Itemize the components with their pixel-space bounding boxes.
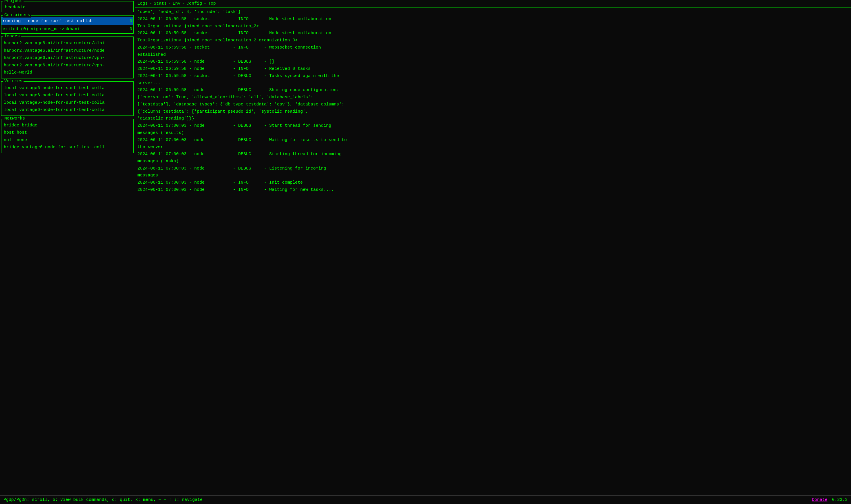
volumes-label: Volumes	[3, 79, 23, 84]
container-row-exited[interactable]: exited (0) vigorous_mirzakhani 0	[1, 25, 133, 33]
shortcuts-label: PgUp/PgDn: scroll, b: view bulk commands…	[3, 498, 202, 502]
tab-env[interactable]: Env	[173, 1, 180, 6]
container-status-running: running	[3, 18, 25, 25]
container-status-exited: exited (0)	[3, 26, 29, 33]
image-item-3: harbor2.vantage6.ai/infrastructure/vpn-	[4, 54, 131, 62]
containers-section: Containers running node-for-surf-test-co…	[1, 15, 133, 34]
tab-stats[interactable]: Stats	[154, 1, 167, 6]
log-line-7: 2024-06-11 06:59:58 - node - DEBUG - Sha…	[137, 87, 849, 122]
log-line-12: 2024-06-11 07:00:03 - node - INFO - Init…	[137, 179, 849, 186]
volume-item-1: local vantage6-node-for-surf-test-colla	[4, 85, 131, 92]
container-count-0: 0	[126, 18, 132, 25]
version-label: 0.23.3	[832, 498, 848, 502]
volumes-list: local vantage6-node-for-surf-test-colla …	[4, 83, 131, 114]
networks-label: Networks	[3, 116, 26, 121]
sep-2: -	[167, 1, 173, 6]
log-line-2: 2024-06-11 06:59:58 - socket - INFO - No…	[137, 30, 849, 44]
volume-item-4: local vantage6-node-for-surf-test-colla	[4, 106, 131, 114]
networks-list: bridge bridge host host null none bridge…	[4, 121, 131, 151]
images-label: Images	[3, 34, 21, 39]
images-list: harbor2.vantage6.ai/infrastructure/alpi …	[4, 38, 131, 76]
volume-item-3: local vantage6-node-for-surf-test-colla	[4, 99, 131, 107]
network-item-2: host host	[4, 129, 131, 137]
main-layout: Project hcadavid Containers running node…	[0, 0, 851, 496]
volumes-section: Volumes local vantage6-node-for-surf-tes…	[1, 81, 133, 116]
log-line-1: 2024-06-11 06:59:58 - socket - INFO - No…	[137, 16, 849, 30]
log-line-0: 'open', 'node_id': 4, 'include': 'task'}	[137, 8, 849, 16]
sep-3: -	[180, 1, 186, 6]
right-panel: Logs - Stats - Env - Config - Top 'open'…	[135, 0, 851, 496]
tab-config[interactable]: Config	[186, 1, 202, 6]
sep-4: -	[202, 1, 208, 6]
container-name-surf: node-for-surf-test-collab	[28, 18, 124, 25]
image-item-2: harbor2.vantage6.ai/infrastructure/node	[4, 47, 131, 55]
container-name-mirzakhani: vigorous_mirzakhani	[31, 26, 124, 33]
project-section: Project hcadavid	[1, 1, 133, 12]
log-line-4: 2024-06-11 06:59:58 - node - DEBUG - []	[137, 58, 849, 66]
log-line-5: 2024-06-11 06:59:58 - node - INFO - Rece…	[137, 66, 849, 73]
log-line-13: 2024-06-11 07:00:03 - node - INFO - Wait…	[137, 186, 849, 194]
volume-item-2: local vantage6-node-for-surf-test-colla	[4, 92, 131, 99]
image-item-5: hello-world	[4, 69, 131, 76]
logs-header: Logs - Stats - Env - Config - Top	[135, 0, 851, 7]
network-item-1: bridge bridge	[4, 122, 131, 129]
container-row-running[interactable]: running node-for-surf-test-collab 0	[1, 17, 133, 25]
images-section: Images harbor2.vantage6.ai/infrastructur…	[1, 36, 133, 78]
image-item-4: harbor2.vantage6.ai/infrastructure/vpn-	[4, 62, 131, 69]
bottom-bar: PgUp/PgDn: scroll, b: view bulk commands…	[0, 496, 851, 504]
tab-logs[interactable]: Logs	[137, 1, 148, 6]
log-area: 'open', 'node_id': 4, 'include': 'task'}…	[135, 7, 851, 496]
networks-section: Networks bridge bridge host host null no…	[1, 119, 133, 153]
project-label: Project	[3, 0, 23, 3]
project-name: hcadavid	[4, 4, 131, 10]
bottom-right: Donate 0.23.3	[812, 498, 848, 502]
container-count-exited: 0	[126, 26, 132, 33]
left-panel: Project hcadavid Containers running node…	[0, 0, 135, 496]
log-line-10: 2024-06-11 07:00:03 - node - DEBUG - Sta…	[137, 151, 849, 165]
network-item-3: null none	[4, 137, 131, 144]
tab-top[interactable]: Top	[208, 1, 216, 6]
log-line-6: 2024-06-11 06:59:58 - socket - DEBUG - T…	[137, 73, 849, 87]
containers-label: Containers	[3, 13, 31, 18]
log-line-8: 2024-06-11 07:00:03 - node - DEBUG - Sta…	[137, 122, 849, 137]
donate-button[interactable]: Donate	[812, 498, 828, 502]
image-item-1: harbor2.vantage6.ai/infrastructure/alpi	[4, 40, 131, 47]
log-line-11: 2024-06-11 07:00:03 - node - DEBUG - Lis…	[137, 165, 849, 180]
sep-1: -	[148, 1, 154, 6]
network-item-4: bridge vantage6-node-for-surf-test-coll	[4, 144, 131, 151]
log-line-3: 2024-06-11 06:59:58 - socket - INFO - We…	[137, 44, 849, 59]
log-line-9: 2024-06-11 07:00:03 - node - DEBUG - Wai…	[137, 137, 849, 151]
